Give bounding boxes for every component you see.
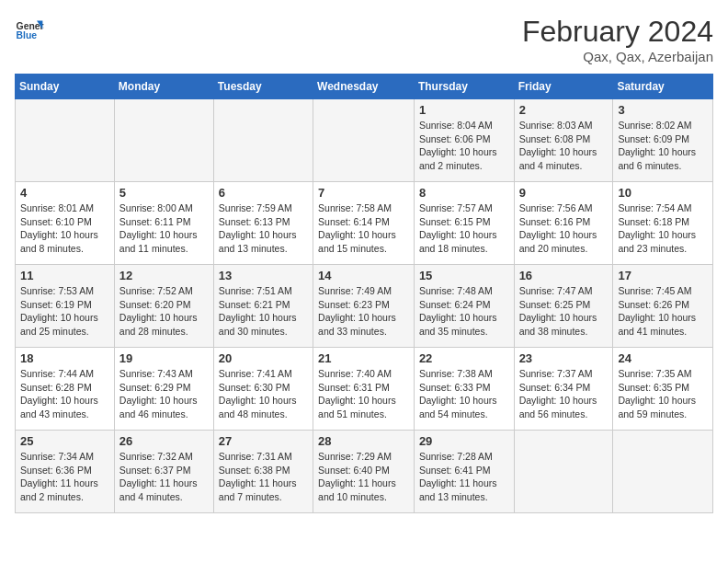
header-day-friday: Friday <box>514 75 613 99</box>
day-info: Sunrise: 7:35 AMSunset: 6:35 PMDaylight:… <box>618 367 708 421</box>
calendar-cell: 20Sunrise: 7:41 AMSunset: 6:30 PMDayligh… <box>213 348 313 431</box>
day-number: 9 <box>519 186 609 200</box>
calendar-cell: 22Sunrise: 7:38 AMSunset: 6:33 PMDayligh… <box>414 348 514 431</box>
calendar-subtitle: Qax, Qax, Azerbaijan <box>522 49 713 64</box>
day-number: 5 <box>119 186 209 200</box>
day-number: 13 <box>219 269 308 282</box>
day-info: Sunrise: 7:53 AMSunset: 6:19 PMDaylight:… <box>20 284 109 339</box>
day-info: Sunrise: 7:43 AMSunset: 6:29 PMDaylight:… <box>119 367 209 421</box>
header-day-wednesday: Wednesday <box>313 75 415 99</box>
calendar-cell: 1Sunrise: 8:04 AMSunset: 6:06 PMDaylight… <box>414 99 514 182</box>
header-day-monday: Monday <box>114 75 213 99</box>
calendar-cell <box>16 99 115 182</box>
day-number: 18 <box>20 351 109 365</box>
day-info: Sunrise: 7:32 AMSunset: 6:37 PMDaylight:… <box>119 450 209 504</box>
calendar-cell: 9Sunrise: 7:56 AMSunset: 6:16 PMDaylight… <box>514 182 613 265</box>
calendar-cell: 16Sunrise: 7:47 AMSunset: 6:25 PMDayligh… <box>514 265 613 348</box>
day-info: Sunrise: 7:40 AMSunset: 6:31 PMDaylight:… <box>318 367 409 421</box>
day-number: 3 <box>618 103 708 117</box>
day-number: 28 <box>318 434 409 448</box>
day-number: 17 <box>618 269 708 282</box>
header-day-saturday: Saturday <box>613 75 713 99</box>
calendar-cell: 14Sunrise: 7:49 AMSunset: 6:23 PMDayligh… <box>313 265 415 348</box>
calendar-cell: 17Sunrise: 7:45 AMSunset: 6:26 PMDayligh… <box>613 265 713 348</box>
calendar-cell: 8Sunrise: 7:57 AMSunset: 6:15 PMDaylight… <box>414 182 514 265</box>
day-info: Sunrise: 8:02 AMSunset: 6:09 PMDaylight:… <box>618 119 708 173</box>
title-block: February 2024 Qax, Qax, Azerbaijan <box>522 15 713 64</box>
day-number: 23 <box>519 351 609 365</box>
header-day-sunday: Sunday <box>16 75 115 99</box>
calendar-cell <box>613 431 713 513</box>
calendar-cell: 3Sunrise: 8:02 AMSunset: 6:09 PMDaylight… <box>613 99 713 182</box>
day-info: Sunrise: 7:52 AMSunset: 6:20 PMDaylight:… <box>119 284 209 339</box>
day-info: Sunrise: 8:00 AMSunset: 6:11 PMDaylight:… <box>119 201 209 256</box>
calendar-cell: 6Sunrise: 7:59 AMSunset: 6:13 PMDaylight… <box>213 182 313 265</box>
header-day-tuesday: Tuesday <box>213 75 313 99</box>
svg-text:Blue: Blue <box>17 30 38 40</box>
day-number: 4 <box>20 186 109 200</box>
day-info: Sunrise: 7:44 AMSunset: 6:28 PMDaylight:… <box>20 367 109 421</box>
calendar-cell: 24Sunrise: 7:35 AMSunset: 6:35 PMDayligh… <box>613 348 713 431</box>
day-number: 16 <box>519 269 609 282</box>
day-number: 1 <box>419 103 509 117</box>
day-info: Sunrise: 7:38 AMSunset: 6:33 PMDaylight:… <box>419 367 509 421</box>
calendar-cell: 27Sunrise: 7:31 AMSunset: 6:38 PMDayligh… <box>213 431 313 513</box>
day-number: 27 <box>219 434 308 448</box>
calendar-title: February 2024 <box>522 15 713 49</box>
day-number: 2 <box>519 103 609 117</box>
day-info: Sunrise: 7:37 AMSunset: 6:34 PMDaylight:… <box>519 367 609 421</box>
day-info: Sunrise: 7:59 AMSunset: 6:13 PMDaylight:… <box>219 201 308 256</box>
calendar-table: SundayMondayTuesdayWednesdayThursdayFrid… <box>15 74 713 513</box>
day-number: 21 <box>318 351 409 365</box>
day-info: Sunrise: 7:47 AMSunset: 6:25 PMDaylight:… <box>519 284 609 339</box>
day-number: 14 <box>318 269 409 282</box>
day-number: 12 <box>119 269 209 282</box>
calendar-week-row: 4Sunrise: 8:01 AMSunset: 6:10 PMDaylight… <box>16 182 713 265</box>
calendar-cell <box>213 99 313 182</box>
calendar-cell: 7Sunrise: 7:58 AMSunset: 6:14 PMDaylight… <box>313 182 415 265</box>
day-number: 15 <box>419 269 509 282</box>
calendar-cell <box>514 431 613 513</box>
day-number: 19 <box>119 351 209 365</box>
calendar-cell: 23Sunrise: 7:37 AMSunset: 6:34 PMDayligh… <box>514 348 613 431</box>
calendar-header-row: SundayMondayTuesdayWednesdayThursdayFrid… <box>16 75 713 99</box>
calendar-week-row: 11Sunrise: 7:53 AMSunset: 6:19 PMDayligh… <box>16 265 713 348</box>
day-number: 10 <box>618 186 708 200</box>
calendar-cell: 25Sunrise: 7:34 AMSunset: 6:36 PMDayligh… <box>16 431 115 513</box>
day-number: 24 <box>618 351 708 365</box>
day-number: 7 <box>318 186 409 200</box>
calendar-week-row: 1Sunrise: 8:04 AMSunset: 6:06 PMDaylight… <box>16 99 713 182</box>
logo-icon: General Blue <box>15 15 44 44</box>
calendar-week-row: 18Sunrise: 7:44 AMSunset: 6:28 PMDayligh… <box>16 348 713 431</box>
day-info: Sunrise: 7:58 AMSunset: 6:14 PMDaylight:… <box>318 201 409 256</box>
header-day-thursday: Thursday <box>414 75 514 99</box>
calendar-cell: 10Sunrise: 7:54 AMSunset: 6:18 PMDayligh… <box>613 182 713 265</box>
day-info: Sunrise: 8:01 AMSunset: 6:10 PMDaylight:… <box>20 201 109 256</box>
day-info: Sunrise: 7:31 AMSunset: 6:38 PMDaylight:… <box>219 450 308 504</box>
calendar-cell <box>114 99 213 182</box>
day-info: Sunrise: 8:03 AMSunset: 6:08 PMDaylight:… <box>519 119 609 173</box>
day-info: Sunrise: 7:51 AMSunset: 6:21 PMDaylight:… <box>219 284 308 339</box>
day-info: Sunrise: 7:41 AMSunset: 6:30 PMDaylight:… <box>219 367 308 421</box>
day-number: 20 <box>219 351 308 365</box>
calendar-cell: 11Sunrise: 7:53 AMSunset: 6:19 PMDayligh… <box>16 265 115 348</box>
logo: General Blue <box>15 15 44 44</box>
day-info: Sunrise: 7:54 AMSunset: 6:18 PMDaylight:… <box>618 201 708 256</box>
day-info: Sunrise: 7:45 AMSunset: 6:26 PMDaylight:… <box>618 284 708 339</box>
calendar-cell: 5Sunrise: 8:00 AMSunset: 6:11 PMDaylight… <box>114 182 213 265</box>
calendar-cell: 15Sunrise: 7:48 AMSunset: 6:24 PMDayligh… <box>414 265 514 348</box>
day-info: Sunrise: 8:04 AMSunset: 6:06 PMDaylight:… <box>419 119 509 173</box>
calendar-cell: 28Sunrise: 7:29 AMSunset: 6:40 PMDayligh… <box>313 431 415 513</box>
calendar-cell <box>313 99 415 182</box>
day-info: Sunrise: 7:57 AMSunset: 6:15 PMDaylight:… <box>419 201 509 256</box>
calendar-cell: 26Sunrise: 7:32 AMSunset: 6:37 PMDayligh… <box>114 431 213 513</box>
day-number: 29 <box>419 434 509 448</box>
day-number: 8 <box>419 186 509 200</box>
page-header: General Blue February 2024 Qax, Qax, Aze… <box>15 15 713 64</box>
calendar-cell: 18Sunrise: 7:44 AMSunset: 6:28 PMDayligh… <box>16 348 115 431</box>
day-info: Sunrise: 7:49 AMSunset: 6:23 PMDaylight:… <box>318 284 409 339</box>
day-number: 6 <box>219 186 308 200</box>
calendar-cell: 13Sunrise: 7:51 AMSunset: 6:21 PMDayligh… <box>213 265 313 348</box>
calendar-cell: 21Sunrise: 7:40 AMSunset: 6:31 PMDayligh… <box>313 348 415 431</box>
day-number: 22 <box>419 351 509 365</box>
